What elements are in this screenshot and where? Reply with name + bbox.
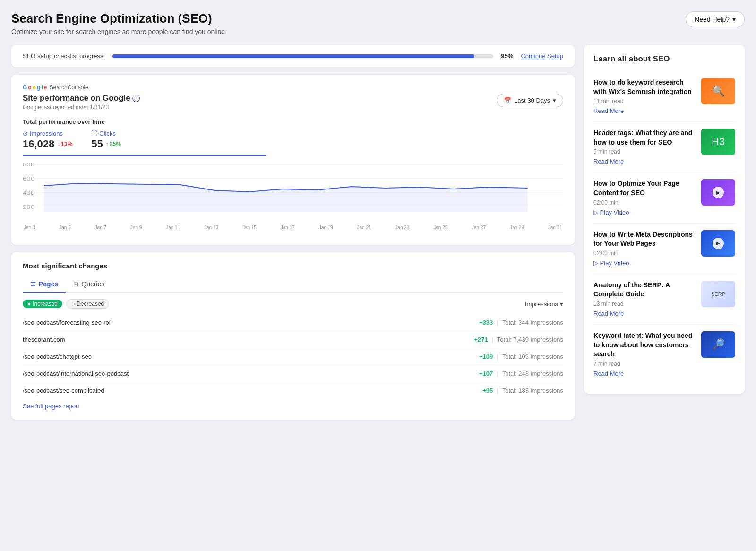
articles-scroll-area[interactable]: How to do keyword research with Wix's Se… (593, 71, 735, 384)
play-video-link[interactable]: ▷ Play Video (593, 209, 629, 216)
article-title: How to do keyword research with Wix's Se… (593, 78, 696, 96)
svg-text:200: 200 (23, 205, 34, 210)
article-title: How to Write Meta Descriptions for Your … (593, 230, 696, 249)
list-item: How to Optimize Your Page Content for SE… (593, 172, 735, 223)
total-perf-title: Total performance over time (23, 118, 563, 125)
main-layout: SEO setup checklist progress: 95% Contin… (11, 45, 745, 420)
info-icon[interactable]: i (132, 95, 140, 102)
play-video-link[interactable]: ▷ Play Video (593, 259, 629, 267)
article-meta: 13 min read (593, 301, 696, 307)
heading-icon: H3 (712, 136, 725, 148)
chevron-down-icon: ▾ (553, 97, 556, 104)
need-help-button[interactable]: Need Help? ▾ (686, 11, 745, 27)
chevron-down-icon: ▾ (560, 301, 563, 308)
impressions-filter[interactable]: Impressions ▾ (525, 301, 563, 308)
article-title: Anatomy of the SERP: A Complete Guide (593, 281, 696, 299)
article-meta: 5 min read (593, 148, 696, 155)
table-row: /seo-podcast/international-seo-podcast +… (23, 365, 563, 382)
progress-bar-track (112, 54, 493, 58)
progress-percent: 95% (501, 52, 513, 60)
progress-label: SEO setup checklist progress: (23, 52, 105, 60)
svg-marker-8 (44, 183, 528, 212)
page-container: Search Engine Optimization (SEO) Optimiz… (11, 11, 745, 420)
read-more-link[interactable]: Read More (593, 107, 624, 114)
page-subtitle: Optimize your site for search engines so… (11, 28, 227, 35)
top-header: Search Engine Optimization (SEO) Optimiz… (11, 11, 745, 35)
performance-card: Google SearchConsole Site performance on… (11, 75, 575, 245)
performance-chart: 800 600 400 200 (23, 160, 563, 221)
left-column: SEO setup checklist progress: 95% Contin… (11, 45, 575, 420)
progress-card: SEO setup checklist progress: 95% Contin… (11, 45, 575, 67)
article-title: How to Optimize Your Page Content for SE… (593, 179, 696, 198)
date-range-label: Last 30 Days (514, 97, 550, 104)
play-circle-icon: ▶ (713, 238, 724, 249)
video-thumbnail: ▶ (701, 179, 735, 206)
increased-badge[interactable]: ● Increased (23, 300, 62, 308)
article-thumbnail: SERP (701, 281, 735, 307)
list-item: Anatomy of the SERP: A Complete Guide 13… (593, 274, 735, 325)
clicks-change-badge: ↑ 25% (106, 141, 121, 147)
keyword-icon: 🔍 (712, 85, 725, 97)
read-more-link[interactable]: Read More (593, 310, 624, 317)
progress-bar-fill (112, 54, 474, 58)
read-more-link[interactable]: Read More (593, 158, 624, 165)
decreased-badge[interactable]: ○ Decreased (66, 299, 109, 309)
impressions-metric: ⊙ Impressions 16,028 ↓ 13% (23, 130, 72, 150)
play-circle-icon: ▶ (713, 187, 724, 198)
page-title: Search Engine Optimization (SEO) (11, 11, 227, 26)
impressions-icon: ⊙ (23, 130, 28, 137)
tab-pages[interactable]: ☰ Pages (23, 276, 66, 293)
calendar-icon: 📅 (504, 97, 511, 104)
date-range-button[interactable]: 📅 Last 30 Days ▾ (497, 94, 563, 107)
table-row: /seo-podcast/seo-complicated +95 | Total… (23, 382, 563, 399)
continue-setup-link[interactable]: Continue Setup (521, 52, 563, 60)
perf-title: Site performance on Google (23, 94, 130, 103)
pages-tab-icon: ☰ (30, 281, 36, 288)
metrics-row: ⊙ Impressions 16,028 ↓ 13% ⛶ (23, 130, 563, 150)
filter-badges: ● Increased ○ Decreased (23, 299, 109, 309)
table-row: /seo-podcast/forecasting-seo-roi +333 | … (23, 314, 563, 331)
serp-icon: SERP (711, 291, 725, 297)
tabs-row: ☰ Pages ⊞ Queries (23, 276, 563, 293)
article-title: Header tags: What they are and how to us… (593, 129, 696, 147)
clicks-label: ⛶ Clicks (91, 130, 121, 137)
learn-card: Learn all about SEO How to do keyword re… (584, 45, 745, 394)
filter-row: ● Increased ○ Decreased Impressions ▾ (23, 299, 563, 309)
clicks-value: 55 (91, 138, 103, 150)
perf-title-block: Site performance on Google i Google last… (23, 94, 140, 111)
perf-date: Google last reported data: 1/31/23 (23, 104, 140, 111)
video-thumbnail: ▶ (701, 230, 735, 257)
dot-decreased: ○ (71, 301, 75, 307)
impressions-underline (23, 155, 266, 156)
article-thumbnail: H3 (701, 129, 735, 155)
list-item: Keyword intent: What you need to know ab… (593, 325, 735, 384)
article-meta: 11 min read (593, 98, 696, 104)
title-block: Search Engine Optimization (SEO) Optimiz… (11, 11, 227, 35)
tab-queries[interactable]: ⊞ Queries (66, 276, 112, 293)
svg-text:600: 600 (23, 176, 34, 182)
read-more-link[interactable]: Read More (593, 370, 624, 377)
google-logo: Google SearchConsole (23, 84, 563, 91)
clicks-icon: ⛶ (91, 130, 97, 137)
article-thumbnail: 🔍 (701, 78, 735, 104)
article-thumbnail: 🔎 (701, 331, 735, 358)
see-full-pages-link[interactable]: See full pages report (23, 403, 79, 410)
data-rows-container: /seo-podcast/forecasting-seo-roi +333 | … (23, 314, 563, 399)
search-icon: 🔎 (712, 338, 725, 351)
article-meta: 02:00 min (593, 199, 696, 206)
impressions-change-badge: ↓ 13% (57, 141, 72, 147)
table-row: theseorant.com +271 | Total: 7,439 impre… (23, 331, 563, 348)
impressions-label: ⊙ Impressions (23, 130, 72, 137)
dot-increased: ● (27, 301, 31, 307)
article-title: Keyword intent: What you need to know ab… (593, 331, 696, 359)
chart-container: 800 600 400 200 Jan 3 Jan 5 Jan 7 Jan 9 (23, 160, 563, 235)
changes-card: Most significant changes ☰ Pages ⊞ Queri… (11, 252, 575, 420)
need-help-label: Need Help? (695, 16, 730, 23)
impressions-value: 16,028 (23, 138, 54, 150)
svg-text:800: 800 (23, 162, 34, 168)
learn-title: Learn all about SEO (593, 54, 735, 64)
right-column: Learn all about SEO How to do keyword re… (584, 45, 745, 394)
chart-x-axis: Jan 3 Jan 5 Jan 7 Jan 9 Jan 11 Jan 13 Ja… (23, 225, 563, 230)
chevron-down-icon: ▾ (732, 16, 736, 23)
svg-text:400: 400 (23, 190, 34, 196)
